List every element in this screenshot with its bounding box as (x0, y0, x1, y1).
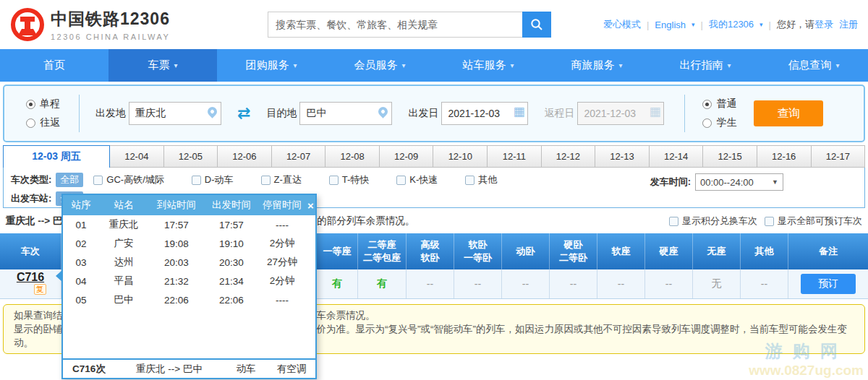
date-tab[interactable]: 12-16 (757, 145, 812, 168)
site-logo[interactable]: 中国铁路12306 12306 CHINA RAILWAY (10, 7, 170, 42)
normal-radio[interactable]: 普通 (702, 98, 736, 111)
nav-label: 车票 (148, 59, 169, 72)
calendar-icon: ▦ (649, 105, 660, 118)
stop-depart: 20:30 (205, 257, 258, 268)
col-no-seat[interactable]: 无座 (693, 233, 741, 269)
date-tab[interactable]: 12-04 (110, 145, 164, 168)
site-title: 中国铁路12306 (51, 8, 170, 30)
filter-z[interactable]: Z-直达 (261, 173, 302, 186)
nav-member-services[interactable]: 会员服务 ▾ (326, 49, 434, 82)
date-tab[interactable]: 12-11 (488, 145, 542, 168)
stop-station: 重庆北 (99, 218, 148, 231)
nav-tickets[interactable]: 车票 ▾ (109, 49, 217, 82)
stop-seq: 02 (63, 238, 99, 249)
student-radio[interactable]: 学生 (702, 116, 736, 129)
popup-col-arrive: 到站时间 (148, 199, 205, 212)
query-button[interactable]: 查询 (754, 100, 823, 126)
col-emu-sleeper[interactable]: 动卧 (502, 233, 550, 269)
col-soft-sleeper[interactable]: 软卧 一等卧 (454, 233, 502, 269)
date-tab[interactable]: 12-12 (542, 145, 596, 168)
search-input[interactable] (268, 12, 522, 38)
col-hard-seat[interactable]: 硬座 (645, 233, 693, 269)
date-tab[interactable]: 12-08 (326, 145, 380, 168)
nav-info-query[interactable]: 信息查询 ▾ (760, 49, 868, 82)
date-tab[interactable]: 12-14 (650, 145, 704, 168)
register-link[interactable]: 注册 (839, 18, 858, 31)
one-way-radio[interactable]: 单程 (26, 98, 60, 111)
col-second-class[interactable]: 二等座 二等包座 (358, 233, 407, 269)
nav-label: 出行指南 (679, 59, 723, 72)
close-icon[interactable]: × (307, 199, 314, 212)
train-type-all-badge[interactable]: 全部 (56, 173, 83, 187)
date-tab-active[interactable]: 12-03 周五 (3, 145, 110, 168)
filter-d[interactable]: D-动车 (192, 173, 234, 186)
english-link[interactable]: English (655, 20, 686, 30)
filter-other[interactable]: 其他 (465, 173, 497, 186)
popup-col-seq: 站序 (63, 199, 99, 212)
nav-label: 商旅服务 (571, 59, 614, 72)
checkbox-label: 显示全部可预订车次 (778, 215, 862, 228)
col-first-class[interactable]: 一等座 (317, 233, 358, 269)
popup-header: 站序 站名 到站时间 出发时间 停留时间 × (63, 195, 315, 215)
col-premium-soft[interactable]: 高级 软卧 (407, 233, 454, 269)
date-tab[interactable]: 12-07 (272, 145, 326, 168)
stop-row: 04 平昌 21:32 21:34 2分钟 (63, 272, 315, 290)
popup-arrow-icon (56, 270, 62, 282)
stop-duration: 27分钟 (258, 256, 306, 269)
date-tab[interactable]: 12-13 (595, 145, 650, 168)
depart-time-select[interactable]: 00:00--24:00 ▼ (695, 173, 783, 191)
greeting-text: 您好，请 (777, 18, 814, 31)
love-mode-link[interactable]: 爱心模式 (603, 18, 641, 31)
return-date-label: 返程日 (544, 107, 574, 120)
date-tab[interactable]: 12-09 (380, 145, 434, 168)
depart-date-field: 出发日 ▦ (408, 102, 528, 125)
nav-group-services[interactable]: 团购服务 ▾ (217, 49, 326, 82)
nav-label: 首页 (43, 59, 65, 72)
normal-label: 普通 (716, 98, 736, 111)
nav-travel-guide[interactable]: 出行指南 ▾ (651, 49, 760, 82)
filter-k[interactable]: K-快速 (396, 173, 438, 186)
date-tab[interactable]: 12-15 (703, 145, 757, 168)
date-tab[interactable]: 12-10 (433, 145, 488, 168)
filter-t[interactable]: T-特快 (329, 173, 370, 186)
popup-route: 重庆北 --> 巴中 (115, 363, 224, 376)
cell-remarks: 预订 (788, 269, 868, 298)
date-tab[interactable]: 12-05 (164, 145, 218, 168)
col-train[interactable]: 车次 (0, 233, 61, 269)
calendar-icon[interactable]: ▦ (513, 105, 524, 118)
swap-stations-icon[interactable]: ⇄ (237, 104, 250, 123)
col-other[interactable]: 其他 (741, 233, 788, 269)
search-button[interactable] (522, 12, 551, 38)
round-trip-radio[interactable]: 往返 (26, 116, 60, 129)
show-all-bookable-checkbox[interactable]: 显示全部可预订车次 (765, 215, 862, 228)
popup-col-station: 站名 (99, 199, 148, 212)
train-number-link[interactable]: C716 (17, 271, 44, 284)
col-soft-seat[interactable]: 软座 (597, 233, 645, 269)
stop-row: 03 达州 20:03 20:30 27分钟 (63, 253, 315, 272)
nav-home[interactable]: 首页 (0, 49, 109, 82)
nav-business-travel[interactable]: 商旅服务 ▾ (542, 49, 651, 82)
nav-station-services[interactable]: 站车服务 ▾ (434, 49, 542, 82)
cell-premium-soft: -- (407, 269, 454, 298)
chevron-down-icon: ▾ (692, 21, 695, 28)
nav-label: 团购服务 (245, 59, 289, 72)
stop-arrive: 21:32 (148, 276, 205, 287)
chevron-down-icon: ▾ (727, 61, 731, 69)
student-label: 学生 (716, 116, 736, 129)
login-link[interactable]: 登录 (814, 18, 833, 31)
checkbox-icon (765, 217, 774, 226)
col-hard-sleeper[interactable]: 硬卧 二等卧 (550, 233, 597, 269)
depart-time-filter: 发车时间: 00:00--24:00 ▼ (650, 173, 783, 191)
checkbox-icon (396, 176, 406, 185)
stop-seq: 05 (63, 295, 99, 306)
filter-gc[interactable]: GC-高铁/城际 (93, 173, 163, 186)
date-tab[interactable]: 12-17 (812, 145, 866, 168)
checkbox-label: 显示积分兑换车次 (682, 215, 757, 228)
stop-duration: ---- (258, 220, 306, 230)
book-button[interactable]: 预订 (801, 274, 856, 294)
show-points-trains-checkbox[interactable]: 显示积分兑换车次 (669, 215, 757, 228)
my12306-link[interactable]: 我的12306 (709, 18, 754, 31)
date-tab[interactable]: 12-06 (218, 145, 272, 168)
col-remarks[interactable]: 备注 (788, 233, 868, 269)
train-stops-popup: 站序 站名 到站时间 出发时间 停留时间 × 01 重庆北 17:57 17:5… (61, 194, 317, 379)
